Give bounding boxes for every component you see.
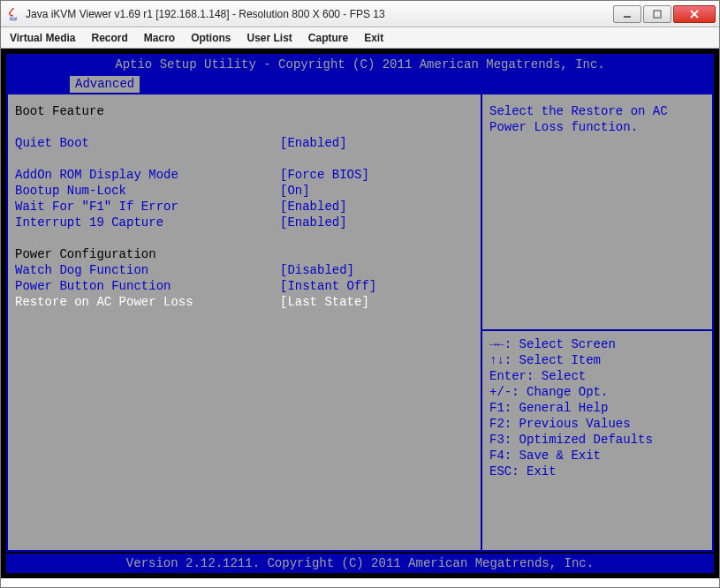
keyhelp-f1: F1: General Help [489, 400, 705, 416]
java-icon [6, 7, 20, 21]
option-value: [Instant Off] [280, 278, 376, 294]
menu-macro[interactable]: Macro [144, 32, 175, 44]
bios-body: Boot Feature Quiet Boot [Enabled] AddOn … [6, 93, 714, 552]
option-label: Wait For "F1" If Error [15, 199, 280, 215]
row-power-button[interactable]: Power Button Function [Instant Off] [15, 278, 474, 294]
option-value: [Disabled] [280, 262, 354, 278]
option-label: Interrupt 19 Capture [15, 215, 280, 230]
keyhelp-select-item: ↑↓: Select Item [489, 352, 705, 368]
bios-tab-row: Advanced [6, 73, 714, 93]
bios-footer: Version 2.12.1211. Copyright (C) 2011 Am… [6, 554, 714, 573]
option-value: [Enabled] [280, 215, 347, 230]
menu-record[interactable]: Record [91, 32, 127, 44]
close-button[interactable] [673, 5, 716, 23]
menu-user-list[interactable]: User List [246, 32, 292, 44]
tab-advanced[interactable]: Advanced [70, 76, 140, 93]
keyhelp-f2: F2: Previous Values [489, 416, 705, 432]
window-controls [611, 5, 716, 23]
keyhelp-enter: Enter: Select [489, 368, 705, 384]
bios-left-pane: Boot Feature Quiet Boot [Enabled] AddOn … [8, 94, 482, 550]
option-label: AddOn ROM Display Mode [15, 167, 280, 183]
help-divider [482, 329, 712, 331]
keyhelp-change: +/-: Change Opt. [489, 384, 705, 400]
svg-rect-1 [654, 11, 661, 18]
menu-exit[interactable]: Exit [364, 32, 383, 44]
spacer [15, 230, 474, 246]
option-label: Power Button Function [15, 278, 280, 294]
option-value: [Enabled] [280, 135, 347, 151]
option-value: [Last State] [280, 294, 369, 310]
row-restore-ac-selected[interactable]: Restore on AC Power Loss [Last State] [15, 294, 474, 310]
maximize-button[interactable] [643, 5, 671, 23]
option-label: Bootup Num-Lock [15, 183, 280, 199]
section-power-config: Power Configuration [15, 246, 474, 262]
menubar: Virtual Media Record Macro Options User … [1, 27, 719, 49]
menu-virtual-media[interactable]: Virtual Media [10, 32, 75, 44]
bios-screen: Aptio Setup Utility - Copyright (C) 2011… [1, 49, 719, 578]
row-watchdog[interactable]: Watch Dog Function [Disabled] [15, 262, 474, 278]
section-boot-feature: Boot Feature [15, 103, 474, 119]
row-addon-rom[interactable]: AddOn ROM Display Mode [Force BIOS] [15, 167, 474, 183]
minimize-button[interactable] [613, 5, 641, 23]
window-title: Java iKVM Viewer v1.69 r1 [192.168.1.148… [26, 8, 611, 20]
spacer [15, 151, 474, 167]
option-value: [Force BIOS] [280, 167, 369, 183]
keyhelp-esc: ESC: Exit [489, 464, 705, 479]
keyhelp-f3: F3: Optimized Defaults [489, 432, 705, 448]
option-value: [On] [280, 183, 310, 199]
menu-capture[interactable]: Capture [308, 32, 348, 44]
row-quiet-boot[interactable]: Quiet Boot [Enabled] [15, 135, 474, 151]
spacer [15, 119, 474, 135]
bios-header: Aptio Setup Utility - Copyright (C) 2011… [6, 54, 714, 73]
row-int19[interactable]: Interrupt 19 Capture [Enabled] [15, 215, 474, 230]
menu-options[interactable]: Options [191, 32, 231, 44]
section-title: Power Configuration [15, 246, 280, 262]
app-window: Java iKVM Viewer v1.69 r1 [192.168.1.148… [0, 0, 720, 588]
keyhelp-f4: F4: Save & Exit [489, 448, 705, 464]
row-numlock[interactable]: Bootup Num-Lock [On] [15, 183, 474, 199]
keyhelp-select-screen: →←: Select Screen [489, 336, 705, 352]
option-value: [Enabled] [280, 199, 347, 215]
section-title: Boot Feature [15, 103, 280, 119]
bottom-strip [1, 578, 719, 587]
titlebar: Java iKVM Viewer v1.69 r1 [192.168.1.148… [1, 1, 719, 27]
help-text: Select the Restore on AC Power Loss func… [489, 103, 705, 135]
row-wait-f1[interactable]: Wait For "F1" If Error [Enabled] [15, 199, 474, 215]
bios-right-pane: Select the Restore on AC Power Loss func… [482, 94, 712, 550]
option-label: Restore on AC Power Loss [15, 294, 280, 310]
spacer [489, 479, 705, 541]
help-block: Select the Restore on AC Power Loss func… [489, 103, 705, 329]
option-label: Quiet Boot [15, 135, 280, 151]
option-label: Watch Dog Function [15, 262, 280, 278]
